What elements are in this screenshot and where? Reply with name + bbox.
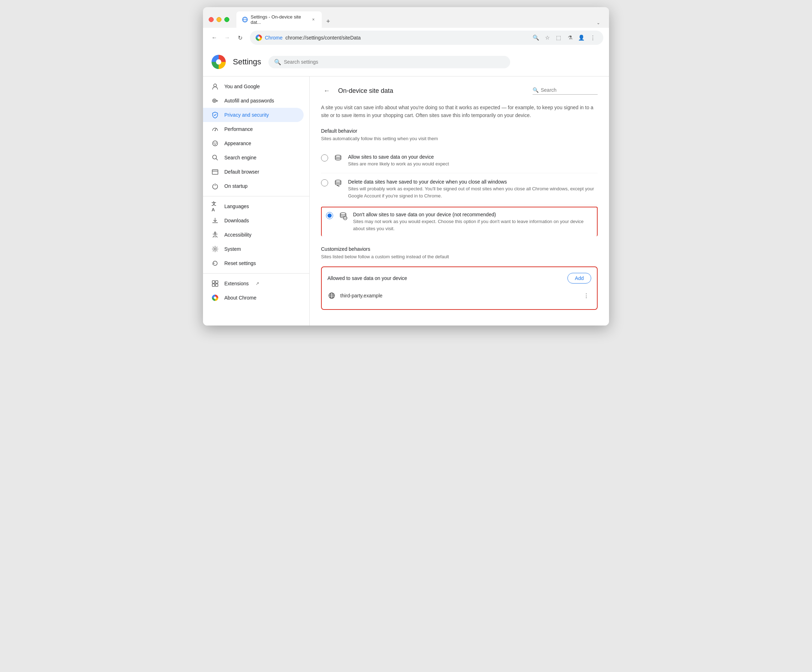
svg-point-5 (215, 130, 216, 131)
option-delete-desc: Sites will probably work as expected. Yo… (348, 185, 598, 199)
globe-icon (328, 291, 336, 300)
url-bar[interactable]: Chrome chrome://settings/content/siteDat… (250, 31, 603, 45)
sidebar-label-performance: Performance (224, 126, 253, 132)
sidebar-item-reset[interactable]: Reset settings (203, 256, 304, 270)
address-bar: ← → ↻ Chrome chrome://settings/content/s… (203, 28, 609, 48)
site-menu-button[interactable]: ⋮ (581, 291, 591, 301)
svg-rect-16 (215, 281, 218, 283)
default-behavior-subtitle: Sites automatically follow this setting … (321, 136, 598, 141)
database-icon-delete (334, 179, 342, 188)
new-tab-button[interactable]: + (323, 16, 333, 26)
sidebar-item-extensions[interactable]: Extensions ↗ (203, 276, 304, 291)
active-tab[interactable]: Settings - On-device site dat... × (236, 11, 322, 28)
forward-button[interactable]: → (222, 32, 233, 43)
profile-icon[interactable]: 👤 (576, 33, 586, 43)
sidebar-item-appearance[interactable]: Appearance (203, 136, 304, 150)
minimize-window-button[interactable] (217, 17, 222, 22)
content-search[interactable]: 🔍 (532, 87, 598, 95)
radio-delete-on-close[interactable] (321, 179, 328, 186)
customized-section: Customized behaviors Sites listed below … (321, 246, 598, 310)
browser-icon (212, 168, 218, 175)
option-dont-allow-content: Don't allow sites to save data on your d… (353, 212, 593, 232)
svg-point-13 (214, 232, 216, 233)
tab-title: Settings - On-device site dat... (251, 14, 308, 25)
download-icon (212, 217, 218, 224)
lab-icon[interactable]: ⚗ (565, 33, 575, 43)
sidebar-item-downloads[interactable]: Downloads (203, 214, 304, 228)
svg-rect-18 (215, 284, 218, 286)
search-icon (212, 154, 218, 161)
customized-title: Customized behaviors (321, 246, 598, 252)
content-header: ← On-device site data 🔍 (321, 85, 598, 96)
gauge-icon (212, 126, 218, 133)
settings-search-input[interactable] (284, 59, 505, 65)
shield-icon (212, 111, 218, 118)
collapse-button[interactable]: ⌄ (594, 18, 603, 28)
refresh-button[interactable]: ↻ (234, 32, 246, 43)
sidebar-item-you-and-google[interactable]: You and Google (203, 79, 304, 94)
option-delete-label: Delete data sites have saved to your dev… (348, 179, 598, 185)
option-allow-desc: Sites are more likely to work as you wou… (348, 161, 598, 168)
close-window-button[interactable] (209, 17, 214, 22)
zoom-icon[interactable]: 🔍 (531, 33, 541, 43)
svg-point-14 (214, 248, 216, 250)
site-domain: third-party.example (340, 293, 577, 298)
option-delete-on-close: Delete data sites have saved to your dev… (321, 173, 598, 205)
content-back-button[interactable]: ← (321, 85, 333, 96)
sidebar-item-privacy[interactable]: Privacy and security (203, 108, 304, 122)
key-icon (212, 97, 218, 104)
extensions-icon[interactable]: ⬚ (554, 33, 563, 43)
option-delete-content: Delete data sites have saved to your dev… (348, 179, 598, 199)
bookmark-icon[interactable]: ☆ (542, 33, 552, 43)
sidebar-label-autofill: Autofill and passwords (224, 98, 274, 104)
url-actions: 🔍 ☆ ⬚ ⚗ 👤 ⋮ (531, 33, 598, 43)
sidebar-item-autofill[interactable]: Autofill and passwords (203, 94, 304, 108)
svg-point-4 (214, 100, 215, 101)
sidebar-label-languages: Languages (224, 203, 249, 209)
option-dont-allow-desc: Sites may not work as you would expect. … (353, 218, 593, 232)
external-link-icon: ↗ (256, 281, 259, 286)
tab-favicon (242, 17, 248, 22)
back-button[interactable]: ← (209, 32, 220, 43)
settings-body: You and Google Autofill and passwords (203, 77, 609, 325)
add-button[interactable]: Add (567, 273, 591, 284)
content-search-input[interactable] (541, 87, 598, 93)
menu-icon[interactable]: ⋮ (588, 33, 598, 43)
svg-point-7 (214, 143, 215, 144)
sidebar-item-system[interactable]: System (203, 242, 304, 256)
sidebar-item-accessibility[interactable]: Accessibility (203, 228, 304, 242)
option-allow-label: Allow sites to save data on your device (348, 154, 598, 160)
svg-point-9 (215, 144, 216, 145)
settings-search-bar[interactable]: 🔍 (268, 56, 510, 68)
sidebar-label-default-browser: Default browser (224, 169, 259, 174)
default-behavior-title: Default behavior (321, 128, 598, 134)
sidebar-divider-2 (203, 273, 309, 274)
maximize-window-button[interactable] (224, 17, 229, 22)
chrome-icon (256, 34, 262, 41)
chrome-label: Chrome (265, 35, 283, 41)
sidebar-item-search-engine[interactable]: Search engine (203, 150, 304, 165)
svg-point-8 (216, 143, 217, 144)
radio-dont-allow[interactable] (326, 212, 333, 219)
svg-point-6 (213, 141, 218, 146)
settings-search-icon: 🔍 (274, 59, 281, 65)
radio-allow[interactable] (321, 154, 328, 161)
person-icon (212, 83, 218, 90)
sidebar-label-on-startup: On startup (224, 183, 247, 189)
sidebar-item-default-browser[interactable]: Default browser (203, 165, 304, 179)
tab-close-button[interactable]: × (311, 17, 316, 22)
svg-rect-11 (212, 170, 218, 174)
language-icon: 文A (212, 203, 218, 210)
sidebar-item-performance[interactable]: Performance (203, 122, 304, 136)
browser-window: Settings - On-device site dat... × + ⌄ ←… (203, 7, 609, 325)
database-icon-allow (334, 154, 342, 162)
sidebar-item-about-chrome[interactable]: About Chrome (203, 291, 304, 305)
sidebar-item-on-startup[interactable]: On startup (203, 179, 304, 193)
sidebar-item-languages[interactable]: 文A Languages (203, 199, 304, 214)
sidebar: You and Google Autofill and passwords (203, 77, 310, 325)
nav-buttons: ← → ↻ (209, 32, 246, 43)
svg-rect-17 (212, 284, 215, 286)
svg-point-19 (335, 155, 341, 157)
option-dont-allow-label: Don't allow sites to save data on your d… (353, 212, 593, 217)
svg-point-3 (213, 99, 216, 103)
